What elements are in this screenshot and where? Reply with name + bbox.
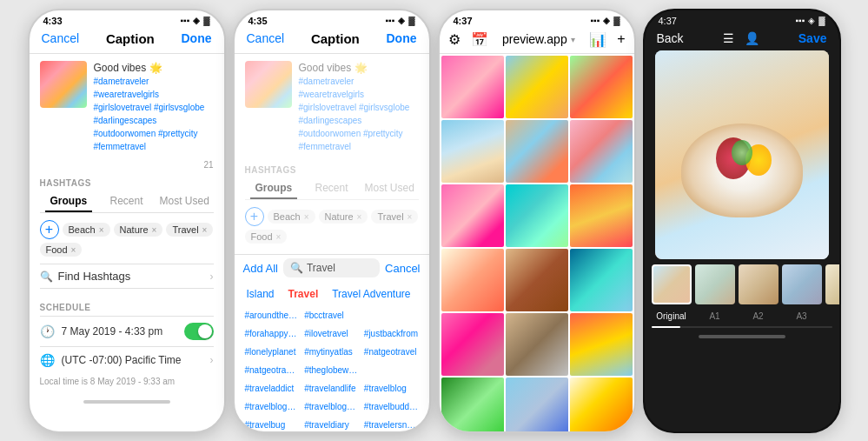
- add-all-button[interactable]: Add All: [243, 262, 278, 275]
- photo-11[interactable]: [506, 249, 568, 311]
- photo-17[interactable]: [506, 378, 568, 433]
- hashtag-travelbug[interactable]: #travelbug: [243, 417, 301, 432]
- tab-travel[interactable]: Travel: [285, 286, 322, 302]
- status-icons-3: ▪▪▪ ◈ ▓: [591, 16, 620, 25]
- search-input-box[interactable]: 🔍 Travel: [283, 258, 380, 277]
- hashtag-theglobewanderer[interactable]: #theglobewanderer: [302, 362, 361, 378]
- hashtag-justbackfrom[interactable]: #justbackfrom: [362, 325, 421, 342]
- hashtag-lonelyplanet[interactable]: #lonelyplanet: [243, 344, 301, 360]
- photo-7[interactable]: [441, 184, 504, 247]
- hashtag-traveldiary[interactable]: #traveldiary: [302, 417, 361, 432]
- tag-nature[interactable]: Nature ×: [114, 223, 163, 237]
- done-button-2[interactable]: Done: [386, 31, 416, 45]
- tab-recent[interactable]: Recent: [97, 191, 156, 212]
- status-bar-3: 4:37 ▪▪▪ ◈ ▓: [440, 10, 634, 28]
- main-photo: [655, 50, 829, 259]
- filter-a1[interactable]: [695, 264, 735, 304]
- back-button[interactable]: Back: [657, 31, 684, 45]
- hashtag-aroundtheworldpix[interactable]: #aroundtheworldpix: [243, 307, 301, 324]
- schedule-date-row[interactable]: 🕐 7 May 2019 - 4:33 pm: [40, 316, 214, 346]
- tag-nature-2: Nature ×: [319, 210, 368, 224]
- hashtag-travelblogger[interactable]: #travelblogger: [243, 398, 301, 415]
- settings-icon[interactable]: ⚙: [448, 31, 461, 48]
- caption-text-1[interactable]: Good vibes 🌟 #dametraveler #wearetravelg…: [94, 61, 214, 154]
- calendar-icon[interactable]: 📅: [471, 31, 488, 48]
- menu-icon[interactable]: ☰: [723, 31, 734, 45]
- app-title[interactable]: preview.app ▾: [502, 32, 575, 46]
- tag-travel[interactable]: Travel ×: [166, 223, 213, 237]
- schedule-toggle[interactable]: [184, 323, 214, 340]
- hashtag-travelandlife[interactable]: #travelandlife: [302, 380, 361, 397]
- hashtag-travelersnotebook[interactable]: #travelersnotebook: [362, 417, 421, 432]
- hashtag-mytinyatlas[interactable]: #mytinyatlas: [302, 344, 361, 360]
- phone-3: 4:37 ▪▪▪ ◈ ▓ ⚙ 📅 preview.app ▾ 📊: [438, 9, 636, 433]
- tag-beach[interactable]: Beach ×: [63, 223, 110, 237]
- find-hashtags-row[interactable]: 🔍 Find Hashtags ›: [40, 264, 214, 289]
- photo-16[interactable]: [441, 378, 504, 433]
- hashtag-bcctravel[interactable]: #bcctravel: [302, 307, 361, 324]
- photo-4[interactable]: [441, 120, 504, 183]
- cancel-button-2[interactable]: Cancel: [247, 31, 285, 45]
- status-icons-1: ▪▪▪ ◈ ▓: [181, 16, 210, 25]
- caption-title: Good vibes 🌟: [94, 61, 214, 76]
- battery-icon-4: ▓: [818, 16, 825, 25]
- label-a4: A4: [825, 311, 841, 321]
- save-button[interactable]: Save: [798, 31, 827, 45]
- caption-title-2: Good vibes 🌟: [299, 61, 419, 76]
- photo-6[interactable]: [570, 120, 633, 183]
- hashtag-travelblog[interactable]: #travelblog: [362, 380, 421, 397]
- add-group-button[interactable]: +: [40, 220, 59, 239]
- hashtag-ilovetravel[interactable]: #ilovetravel: [302, 325, 361, 342]
- filter-a3[interactable]: [782, 264, 822, 304]
- home-indicator-4: [699, 335, 785, 338]
- photo-12[interactable]: [570, 249, 633, 311]
- analytics-icon[interactable]: 📊: [589, 31, 606, 48]
- photo-8[interactable]: [506, 184, 568, 247]
- hashtag-travelbloggers[interactable]: #travelbloggers: [302, 398, 361, 415]
- tab-island[interactable]: Island: [243, 286, 278, 302]
- hashtag-natgeotravel[interactable]: #natgeotravel: [362, 344, 421, 360]
- filter-a4[interactable]: [825, 264, 839, 304]
- photo-15[interactable]: [570, 313, 633, 376]
- tab-most-used[interactable]: Most Used: [156, 191, 214, 212]
- search-input[interactable]: Travel: [307, 262, 335, 274]
- filter-a2[interactable]: [739, 264, 779, 304]
- local-time-text: Local time is 8 May 2019 - 9:33 am: [40, 373, 214, 390]
- page-title-1: Caption: [106, 31, 155, 46]
- cancel-search-button[interactable]: Cancel: [385, 262, 420, 275]
- filter-slider[interactable]: [652, 326, 832, 328]
- schedule-timezone-row[interactable]: 🌐 (UTC -07:00) Pacific Time ›: [40, 346, 214, 373]
- hashtag-forahappymoment[interactable]: #forahappymoment: [243, 325, 301, 342]
- photo-14[interactable]: [506, 313, 568, 376]
- photo-9[interactable]: [570, 184, 633, 247]
- photo-5[interactable]: [506, 120, 568, 183]
- tag-food[interactable]: Food ×: [40, 243, 83, 257]
- tab-groups[interactable]: Groups: [40, 191, 98, 212]
- time-1: 4:33: [43, 16, 63, 26]
- hashtag-traveladdict[interactable]: #traveladdict: [243, 380, 301, 397]
- phone-1: 4:33 ▪▪▪ ◈ ▓ Cancel Caption Done Good vi…: [28, 9, 226, 433]
- photo-display: [655, 50, 829, 259]
- tags-row-1: + Beach × Nature × Travel × Food ×: [40, 220, 214, 257]
- person-icon[interactable]: 👤: [745, 31, 759, 45]
- app-header: ⚙ 📅 preview.app ▾ 📊 +: [440, 28, 634, 54]
- filter-original[interactable]: [652, 264, 692, 304]
- film-strip: [645, 259, 839, 310]
- photo-1[interactable]: [441, 56, 504, 118]
- food-green: [732, 140, 752, 165]
- add-icon[interactable]: +: [617, 31, 625, 47]
- search-icon-2: 🔍: [290, 262, 303, 274]
- done-button-1[interactable]: Done: [181, 31, 211, 45]
- hashtag-natgeotravelpic[interactable]: #natgeotravelpic: [243, 362, 301, 378]
- time-3: 4:37: [454, 16, 473, 26]
- photo-13[interactable]: [441, 313, 504, 376]
- photo-2[interactable]: [506, 56, 568, 118]
- photo-3[interactable]: [570, 56, 633, 118]
- app-chevron-icon: ▾: [571, 35, 575, 44]
- add-group-button-2: +: [245, 207, 264, 226]
- photo-10[interactable]: [441, 249, 504, 311]
- tab-travel-adventure[interactable]: Travel Adventure: [328, 286, 414, 302]
- hashtag-travelbuddies[interactable]: #travelbuddies: [362, 398, 421, 415]
- cancel-button-1[interactable]: Cancel: [42, 31, 80, 45]
- photo-18[interactable]: [570, 378, 633, 433]
